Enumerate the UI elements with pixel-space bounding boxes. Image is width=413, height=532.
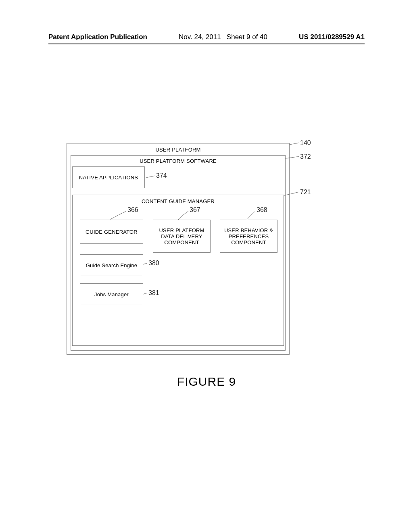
ref-372: 372 (300, 153, 311, 160)
box-jobs-manager-label: Jobs Manager (94, 291, 129, 297)
ref-381: 381 (148, 289, 159, 297)
header-sheet: Sheet 9 of 40 (227, 33, 267, 41)
patent-page: Patent Application Publication Nov. 24, … (0, 0, 413, 532)
header-date-sheet: Nov. 24, 2011 Sheet 9 of 40 (179, 33, 267, 41)
box-user-platform-software-label: USER PLATFORM SOFTWARE (71, 156, 285, 164)
ref-140: 140 (300, 139, 311, 147)
box-data-delivery-component: USER PLATFORM DATA DELIVERY COMPONENT (153, 220, 211, 253)
box-content-guide-manager-label: CONTENT GUIDE MANAGER (73, 195, 284, 204)
ref-721: 721 (300, 189, 311, 196)
header-publication-type: Patent Application Publication (48, 33, 147, 41)
box-data-delivery-component-label: USER PLATFORM DATA DELIVERY COMPONENT (156, 227, 208, 245)
header-date: Nov. 24, 2011 (179, 33, 221, 41)
box-native-applications-label: NATIVE APPLICATIONS (79, 175, 138, 181)
figure-caption: FIGURE 9 (0, 375, 413, 389)
ref-366: 366 (127, 206, 138, 214)
box-guide-generator-label: GUIDE GENERATOR (86, 229, 138, 235)
box-user-platform-label: USER PLATFORM (67, 143, 289, 153)
ref-374: 374 (156, 172, 167, 179)
box-guide-generator: GUIDE GENERATOR (80, 220, 143, 244)
ref-380: 380 (148, 260, 159, 267)
ref-367: 367 (190, 206, 200, 214)
box-native-applications: NATIVE APPLICATIONS (72, 166, 145, 188)
box-guide-search-engine-label: Guide Search Engine (86, 262, 137, 268)
page-header: Patent Application Publication Nov. 24, … (0, 33, 413, 44)
header-rule (48, 44, 365, 44)
box-user-behavior-preferences: USER BEHAVIOR & PREFERENCES COMPONENT (220, 220, 277, 253)
ref-368: 368 (257, 206, 267, 214)
box-jobs-manager: Jobs Manager (80, 283, 143, 305)
diagram: USER PLATFORM USER PLATFORM SOFTWARE NAT… (67, 143, 290, 355)
box-guide-search-engine: Guide Search Engine (80, 254, 143, 276)
header-pub-number: US 2011/0289529 A1 (299, 33, 365, 41)
box-user-behavior-preferences-label: USER BEHAVIOR & PREFERENCES COMPONENT (223, 227, 275, 245)
